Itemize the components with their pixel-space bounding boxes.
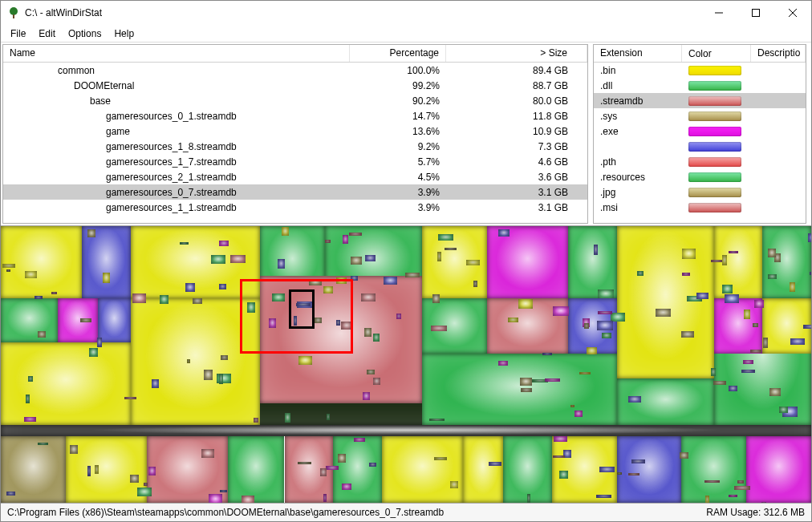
treemap-block[interactable] (611, 313, 625, 321)
tree-row[interactable]: gameresources_1_7.streamdb5.7%4.6 GB (3, 154, 587, 169)
treemap-block[interactable] (594, 245, 598, 255)
treemap-block[interactable] (599, 467, 615, 472)
treemap-block[interactable] (768, 274, 777, 279)
treemap-block[interactable] (369, 463, 376, 467)
treemap-block[interactable] (373, 334, 379, 341)
treemap-block[interactable] (342, 484, 351, 490)
ext-row[interactable]: .bin (594, 63, 806, 78)
treemap-block[interactable] (779, 407, 788, 412)
treemap-block[interactable] (597, 321, 613, 330)
treemap-block[interactable] (711, 368, 716, 376)
treemap-block[interactable] (338, 454, 346, 462)
treemap-block[interactable] (553, 306, 569, 315)
treemap-block[interactable] (103, 273, 110, 282)
treemap-block[interactable] (810, 272, 811, 275)
treemap-block[interactable] (737, 480, 743, 484)
treemap-block[interactable] (160, 295, 169, 304)
treemap-block[interactable] (554, 436, 566, 442)
treemap-block[interactable] (51, 292, 57, 294)
treemap-block[interactable] (542, 353, 551, 355)
treemap-block[interactable] (147, 436, 228, 503)
tree-row[interactable]: gameresources_1_1.streamdb3.9%3.1 GB (3, 200, 587, 215)
ext-row[interactable] (594, 139, 806, 154)
treemap-block[interactable] (545, 378, 559, 382)
treemap-block[interactable] (487, 226, 568, 298)
treemap-block[interactable] (734, 486, 749, 489)
treemap-block[interactable] (1, 425, 811, 436)
treemap-block[interactable] (584, 323, 589, 329)
treemap-block[interactable] (705, 496, 709, 504)
treemap-block[interactable] (473, 281, 477, 287)
treemap-block[interactable] (680, 452, 688, 458)
treemap-block[interactable] (628, 396, 641, 403)
ext-row[interactable]: .streamdb (594, 93, 806, 108)
treemap-block[interactable] (741, 370, 754, 373)
treemap-block[interactable] (349, 233, 362, 235)
treemap-block[interactable] (193, 298, 201, 304)
treemap-block[interactable] (278, 259, 285, 269)
tree-row[interactable]: base90.2%80.0 GB (3, 93, 587, 108)
treemap-block[interactable] (35, 296, 43, 300)
treemap-block[interactable] (58, 298, 99, 342)
treemap-block[interactable] (574, 411, 582, 417)
treemap-block[interactable] (219, 284, 225, 289)
treemap-block[interactable] (2, 264, 15, 268)
treemap-block[interactable] (617, 226, 714, 378)
treemap-block[interactable] (596, 495, 611, 497)
treemap-block[interactable] (38, 331, 46, 338)
treemap-block[interactable] (87, 466, 91, 476)
col-percentage[interactable]: Percentage (350, 45, 446, 62)
treemap-block[interactable] (725, 294, 740, 303)
treemap-block[interactable] (754, 300, 763, 308)
ext-row[interactable]: .sys (594, 108, 806, 123)
treemap-block[interactable] (746, 436, 811, 503)
treemap-block[interactable] (66, 436, 147, 503)
treemap-block[interactable] (508, 318, 518, 322)
treemap-block[interactable] (429, 419, 444, 422)
treemap-block[interactable] (521, 388, 532, 392)
treemap-block[interactable] (282, 227, 289, 235)
col-name[interactable]: Name (3, 45, 350, 62)
treemap-block[interactable] (185, 283, 194, 292)
treemap-block[interactable] (242, 496, 254, 504)
treemap-block[interactable] (602, 333, 611, 339)
treemap-block[interactable] (617, 472, 622, 475)
treemap-block[interactable] (325, 240, 331, 242)
treemap-block[interactable] (768, 249, 776, 257)
treemap-block[interactable] (285, 413, 290, 423)
treemap-block[interactable] (682, 249, 696, 259)
treemap-block[interactable] (25, 271, 37, 278)
treemap-block[interactable] (6, 492, 15, 496)
tree-row[interactable]: game13.6%10.9 GB (3, 123, 587, 139)
treemap-block[interactable] (656, 309, 671, 317)
treemap-block[interactable] (762, 226, 811, 298)
treemap-block[interactable] (763, 338, 768, 348)
menu-help[interactable]: Help (108, 26, 140, 41)
ext-row[interactable]: .jpg (594, 184, 806, 200)
treemap-block[interactable] (711, 260, 723, 262)
treemap-block[interactable] (1, 298, 58, 342)
ext-row[interactable]: .exe (594, 123, 806, 139)
treemap-block[interactable] (254, 418, 258, 423)
treemap-block[interactable] (230, 255, 246, 263)
treemap-block[interactable] (354, 438, 365, 442)
treemap-block[interactable] (144, 483, 148, 486)
treemap-block[interactable] (326, 466, 339, 470)
treemap-block[interactable] (367, 370, 375, 374)
treemap-block[interactable] (750, 350, 761, 353)
treemap-block[interactable] (769, 388, 782, 396)
treemap-block[interactable] (298, 356, 313, 365)
treemap-block[interactable] (221, 355, 228, 360)
treemap-block[interactable] (89, 348, 98, 357)
treemap-block[interactable] (722, 285, 733, 293)
treemap-block[interactable] (124, 397, 136, 400)
treemap-block[interactable] (219, 374, 223, 383)
treemap-block[interactable] (498, 229, 510, 237)
menu-edit[interactable]: Edit (32, 26, 62, 41)
treemap-block[interactable] (489, 462, 501, 465)
treemap-block[interactable] (713, 381, 726, 385)
treemap-block[interactable] (70, 445, 77, 454)
ext-row[interactable]: .resources (594, 169, 806, 184)
treemap-block[interactable] (681, 436, 746, 503)
ext-row[interactable]: .dll (594, 78, 806, 93)
